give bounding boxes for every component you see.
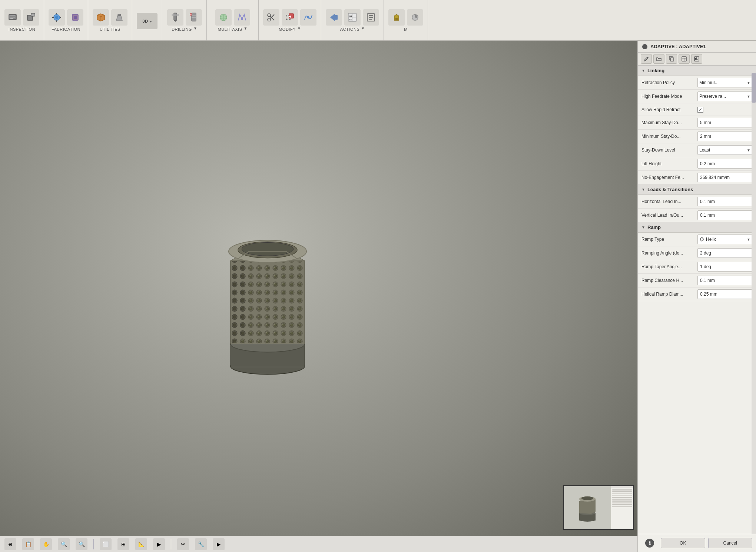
panel-scrollbar-track[interactable] xyxy=(752,66,756,534)
svg-text:G1: G1 xyxy=(349,15,352,17)
vert-lead-input[interactable] xyxy=(697,210,752,220)
ramping-angle-input[interactable] xyxy=(697,248,752,258)
utilities-icon-1[interactable] xyxy=(93,9,109,26)
svg-rect-40 xyxy=(335,15,338,20)
horiz-lead-input[interactable] xyxy=(697,197,752,206)
section-leads-header[interactable]: ▼ Leads & Transitions xyxy=(638,184,756,195)
svg-point-31 xyxy=(268,18,271,21)
fabrication-label: FABRICATION xyxy=(52,27,80,31)
lift-height-input[interactable] xyxy=(697,159,752,169)
status-icon-zoom[interactable]: 🔍 xyxy=(76,538,87,550)
max-stay-input[interactable] xyxy=(697,118,752,127)
drilling-icon-2[interactable]: + xyxy=(186,9,202,26)
multiaxis-icon-2[interactable] xyxy=(234,9,250,26)
prop-row-vert-lead: Vertical Lead In/Ou... xyxy=(638,209,756,222)
footer-cancel-label: Cancel xyxy=(723,541,737,546)
panel-tool-chart[interactable] xyxy=(691,54,702,64)
prop-value-helical-diam xyxy=(697,289,752,299)
actions-icon-back[interactable] xyxy=(326,9,342,26)
svg-rect-70 xyxy=(670,58,674,61)
status-icon-play2[interactable]: ▶ xyxy=(213,538,225,550)
panel-header: ADAPTIVE : ADAPTIVE1 xyxy=(638,41,756,53)
panel-tool-pencil[interactable] xyxy=(641,54,652,64)
modify-icon-scissors[interactable] xyxy=(263,9,279,26)
actions-icon-g1g2[interactable]: G1 G2 xyxy=(344,9,361,26)
panel-scrollbar-thumb[interactable] xyxy=(752,73,756,103)
clearance-height-input[interactable] xyxy=(697,276,752,285)
svg-rect-6 xyxy=(31,13,35,16)
panel-tool-table[interactable] xyxy=(679,54,690,64)
modify-icon-3[interactable] xyxy=(300,9,316,26)
3d-object-svg xyxy=(190,207,345,385)
viewport[interactable]: ⊕ 📋 ✋ 🔍 🔍 ⬜ ⊞ 📐 ▶ ✂ 🔧 ▶ xyxy=(0,41,637,552)
prop-row-horiz-lead: Horizontal Lead In... xyxy=(638,195,756,209)
status-icon-tool[interactable]: 🔧 xyxy=(195,538,207,550)
drilling-arrow: ▼ xyxy=(193,26,197,30)
status-icon-clipboard[interactable]: 📋 xyxy=(22,538,34,550)
3d-mode-button[interactable]: 3D ▼ xyxy=(137,13,158,29)
multiaxis-label: MULTI-AXIS xyxy=(218,27,242,31)
svg-text:▼: ▼ xyxy=(149,20,152,23)
status-icon-square[interactable]: ⬜ xyxy=(100,538,112,550)
panel-tool-folder[interactable] xyxy=(653,54,664,64)
toolbar-section-modify: MODIFY ▼ xyxy=(259,0,321,40)
status-icon-search[interactable]: 🔍 xyxy=(58,538,70,550)
panel-tool-copy[interactable] xyxy=(666,54,677,64)
prop-row-ramp-type: Ramp Type Helix ▼ xyxy=(638,233,756,246)
svg-rect-19 xyxy=(174,13,177,20)
prop-value-feedrate: Preserve ra... ▼ xyxy=(697,92,752,101)
prop-label-taper-angle: Ramp Taper Angle... xyxy=(641,264,697,269)
multiaxis-icon-1[interactable] xyxy=(215,9,232,26)
status-icon-grid[interactable]: ⊞ xyxy=(117,538,129,550)
actions-label: ACTIONS xyxy=(340,27,359,31)
utilities-icon-2[interactable] xyxy=(111,9,127,26)
taper-angle-input[interactable] xyxy=(697,262,752,272)
fabrication-icon-1[interactable] xyxy=(49,9,65,26)
svg-rect-21 xyxy=(192,13,196,21)
retraction-select[interactable]: Minimur... ▼ xyxy=(697,78,752,87)
ramp-type-select-text: Helix xyxy=(706,237,716,242)
fabrication-icon-2[interactable] xyxy=(67,9,83,26)
section-ramp-header[interactable]: ▼ Ramp xyxy=(638,222,756,233)
helix-icon xyxy=(699,237,704,242)
status-icon-ruler[interactable]: 📐 xyxy=(135,538,147,550)
panel-title: ADAPTIVE : ADAPTIVE1 xyxy=(650,44,706,49)
panel-content[interactable]: ▼ Linking Retraction Policy Minimur... ▼… xyxy=(638,66,756,534)
actions-icon-list[interactable] xyxy=(363,9,379,26)
footer-ok-button[interactable]: OK xyxy=(661,538,705,548)
status-icon-cut[interactable]: ✂ xyxy=(177,538,189,550)
min-stay-input[interactable] xyxy=(697,132,752,141)
ramp-type-select[interactable]: Helix ▼ xyxy=(697,235,752,244)
status-icon-play1[interactable]: ▶ xyxy=(153,538,165,550)
mini-preview xyxy=(563,485,634,530)
feedrate-select-text: Preserve ra... xyxy=(699,94,726,99)
rapid-retract-checkbox[interactable] xyxy=(697,107,703,113)
stay-level-select[interactable]: Least ▼ xyxy=(697,145,752,155)
mini-preview-content xyxy=(564,486,633,529)
prop-label-ramp-type: Ramp Type xyxy=(641,237,697,242)
inspection-icon-2[interactable] xyxy=(23,9,39,26)
svg-point-30 xyxy=(268,14,271,17)
modify-icon-2[interactable] xyxy=(282,9,298,26)
section-linking-arrow: ▼ xyxy=(641,69,645,73)
inspection-icon-1[interactable] xyxy=(4,9,21,26)
feedrate-select[interactable]: Preserve ra... ▼ xyxy=(697,92,752,101)
helical-diam-input[interactable] xyxy=(697,289,752,299)
m-label: M xyxy=(404,27,408,31)
m-icon-2[interactable] xyxy=(407,9,423,26)
info-button[interactable]: ℹ xyxy=(645,539,654,548)
status-icon-crosshair[interactable]: ⊕ xyxy=(4,538,16,550)
m-icon-1[interactable] xyxy=(388,9,405,26)
drilling-icon-1[interactable] xyxy=(167,9,183,26)
toolbar-section-actions: G1 G2 ACTIONS ▼ xyxy=(321,0,384,40)
main-area: ⊕ 📋 ✋ 🔍 🔍 ⬜ ⊞ 📐 ▶ ✂ 🔧 ▶ xyxy=(0,41,756,552)
no-engagement-input[interactable] xyxy=(697,173,752,182)
toolbar-section-multiaxis: MULTI-AXIS ▼ xyxy=(207,0,259,40)
section-ramp-title: Ramp xyxy=(647,225,661,230)
prop-row-stay-level: Stay-Down Level Least ▼ xyxy=(638,143,756,157)
footer-cancel-button[interactable]: Cancel xyxy=(708,538,753,548)
section-linking-header[interactable]: ▼ Linking xyxy=(638,66,756,76)
prop-value-min-stay xyxy=(697,132,752,141)
status-icon-hand[interactable]: ✋ xyxy=(40,538,52,550)
prop-row-taper-angle: Ramp Taper Angle... xyxy=(638,260,756,274)
